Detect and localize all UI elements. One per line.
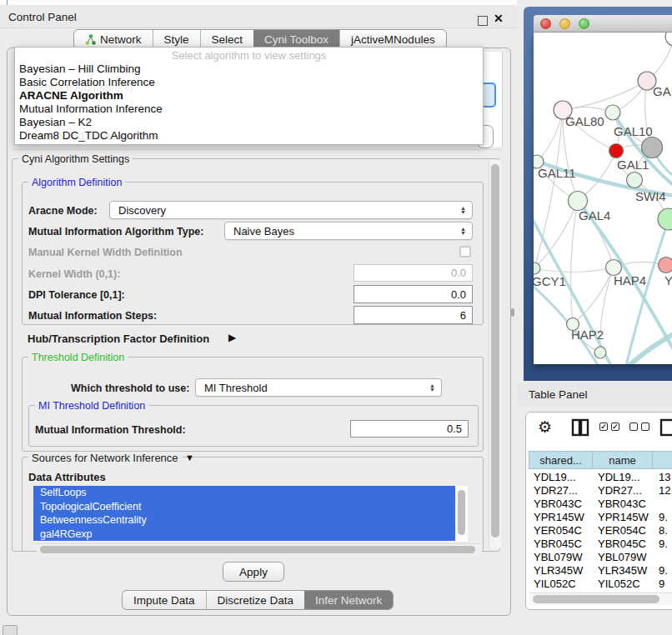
aracne-mode-value: Discovery (118, 204, 166, 217)
tab-label: Discretize Data (218, 594, 294, 607)
table-row[interactable]: YER054CYER054C8. (529, 524, 672, 538)
network-window-titlebar[interactable] (534, 15, 672, 32)
node-green-top[interactable] (605, 105, 620, 120)
expand-right-icon[interactable]: ▶ (228, 332, 236, 343)
select-none-unchecked-icon[interactable] (629, 422, 649, 431)
aracne-mode-combo[interactable]: Discovery ▲▼ (109, 201, 473, 219)
manual-kernel-checkbox[interactable] (459, 246, 471, 258)
attr-list-hscrollbar[interactable] (37, 543, 482, 555)
table-cell: YIL052C (529, 578, 593, 591)
mi-steps-field[interactable]: 6 (354, 306, 473, 324)
settings-scrollbar-thumb[interactable] (491, 164, 499, 538)
mi-type-label: Mutual Information Algorithm Type: (28, 226, 203, 238)
apply-button[interactable]: Apply (223, 562, 284, 582)
mi-threshold-field[interactable]: 0.5 (350, 420, 469, 438)
node-gray[interactable] (642, 138, 663, 158)
tab-discretize-data[interactable]: Discretize Data (206, 591, 305, 609)
node-label-gcy1: GCY1 (534, 274, 566, 288)
mi-type-value: Naive Bayes (233, 225, 294, 238)
node-label-swi4: SWI4 (635, 189, 666, 203)
dropdown-item[interactable]: Mutual Information Inference (15, 102, 483, 116)
separator-line (12, 149, 502, 150)
table-row[interactable]: YIL052CYIL052C9 (529, 578, 672, 591)
node-gal1[interactable] (627, 172, 643, 188)
panel-splitter-handle[interactable] (511, 308, 514, 317)
node-label-gal1: GAL1 (617, 158, 649, 172)
settings-scrollbar[interactable] (489, 160, 501, 548)
control-panel-title: Control Panel (8, 11, 77, 23)
node-label-y: Y (664, 273, 672, 288)
attr-list-hscrollbar-thumb[interactable] (40, 546, 475, 553)
combo-arrows-icon: ▲▼ (429, 383, 435, 392)
attr-list-scrollbar[interactable] (455, 486, 468, 542)
node-label-hap4: HAP4 (614, 273, 646, 288)
tab-impute-data[interactable]: Impute Data (123, 591, 206, 609)
list-item[interactable]: BetweennessCentrality (33, 513, 455, 528)
close-traffic-light-icon[interactable] (540, 18, 551, 29)
table-hscrollbar[interactable] (529, 592, 672, 605)
table-cell (654, 551, 672, 564)
column-header[interactable]: shared... (529, 451, 593, 469)
list-item[interactable]: TopologicalCoefficient (33, 500, 455, 514)
select-all-checked-icon[interactable]: ✓✓ (599, 422, 619, 431)
table-cell: 9 (654, 578, 672, 591)
node-bottom-green[interactable] (594, 347, 606, 358)
network-view-canvas[interactable]: GALGAL80GAL10GAL1GAL11SWI4GAL4GCY1HAP4YH… (534, 32, 672, 364)
list-item[interactable]: SelfLoops (33, 486, 455, 500)
control-panel-titlebar: Control Panel ✕ (0, 5, 517, 28)
network-edge (534, 110, 563, 268)
network-graph: GALGAL80GAL10GAL1GAL11SWI4GAL4GCY1HAP4YH… (534, 32, 672, 364)
table-row[interactable]: YPR145WYPR145W9. (529, 511, 672, 524)
table-row[interactable]: YBR043CYBR043C (529, 498, 672, 511)
attr-list-scrollbar-thumb[interactable] (458, 490, 465, 535)
dpi-tolerance-field[interactable]: 0.0 (354, 285, 473, 303)
minimize-traffic-light-icon[interactable] (559, 18, 570, 29)
table-cell: 12 (654, 484, 672, 498)
table-cell: 9. (654, 564, 672, 578)
table-row[interactable]: YDR27...YDR27...12 (529, 484, 672, 498)
table-row[interactable]: YBL079WYBL079W (529, 551, 672, 564)
columns-icon[interactable] (571, 418, 589, 437)
column-header[interactable]: name (592, 451, 653, 469)
node-salmon[interactable] (659, 258, 672, 273)
tab-infer-network[interactable]: Infer Network (304, 591, 393, 609)
dropdown-item[interactable]: Bayesian – K2 (15, 116, 483, 129)
gear-icon[interactable]: ⚙ (538, 418, 552, 437)
corner-button[interactable] (3, 625, 18, 635)
table-hscrollbar-thumb[interactable] (533, 595, 659, 603)
table-toolbar: ⚙ ✓✓ (526, 418, 672, 442)
table-row[interactable]: YDL19...YDL19...13 (529, 471, 672, 484)
collapse-down-icon[interactable]: ▼ (185, 452, 194, 462)
network-window-frame[interactable]: GALGAL80GAL10GAL1GAL11SWI4GAL4GCY1HAP4YH… (524, 7, 672, 381)
node-big-green[interactable] (658, 208, 672, 230)
table-cell: YDR27... (593, 484, 654, 498)
hub-section-label[interactable]: Hub/Transcription Factor Definition (28, 332, 209, 345)
table-cell: YBL079W (529, 551, 593, 564)
mi-type-combo[interactable]: Naive Bayes ▲▼ (224, 222, 473, 240)
tab-label: Cyni Toolbox (264, 33, 328, 46)
which-threshold-combo[interactable]: MI Threshold ▲▼ (195, 378, 442, 397)
partial-box-icon[interactable] (659, 418, 672, 437)
table-cell: YER054C (529, 524, 593, 538)
threshold-definition-title: Threshold Definition (28, 352, 128, 363)
dpi-tolerance-label: DPI Tolerance [0,1]: (28, 289, 125, 301)
column-header[interactable] (652, 451, 672, 469)
table-row[interactable]: YBR045CYBR045C9. (529, 538, 672, 551)
data-attributes-list[interactable]: SelfLoopsTopologicalCoefficientBetweenne… (33, 486, 455, 542)
float-window-icon[interactable] (478, 16, 488, 26)
table-row[interactable]: YLR345WYLR345W9. (529, 564, 672, 578)
zoom-traffic-light-icon[interactable] (579, 18, 589, 29)
network-edge (573, 268, 614, 324)
sources-title[interactable]: Sources for Network Inference (28, 452, 182, 464)
node-red[interactable] (609, 144, 624, 158)
dropdown-item[interactable]: Bayesian – Hill Climbing (15, 62, 483, 76)
close-icon[interactable]: ✕ (494, 12, 504, 25)
list-item[interactable]: gal4RGexp (33, 528, 455, 542)
node-partial-topright[interactable] (665, 32, 672, 46)
screen: Control Panel ✕ NetworkStyleSelectCyni T… (0, 0, 672, 635)
table-cell: 8. (654, 524, 672, 538)
node-gcy1[interactable] (534, 262, 540, 274)
kernel-width-field[interactable]: 0.0 (354, 264, 473, 282)
table-cell: YDL19... (593, 471, 654, 484)
table-cell: YIL052C (593, 578, 654, 591)
